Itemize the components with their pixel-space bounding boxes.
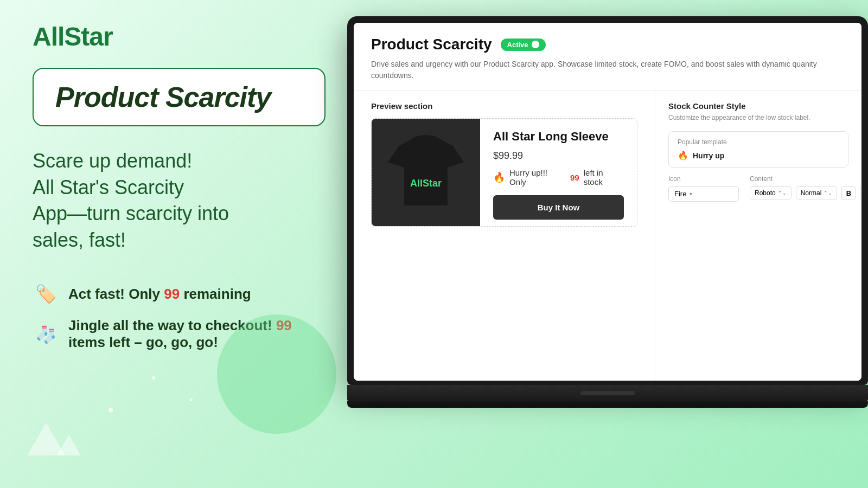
fire-icon: 🔥 — [493, 171, 505, 183]
christmas-icon: 🧦 — [33, 320, 60, 348]
style-chevron-icon: ⌃⌄ — [824, 190, 832, 196]
feature1-number: 99 — [164, 286, 180, 302]
buy-it-now-button[interactable]: Buy It Now — [493, 195, 624, 220]
feature-item-1: 🏷️ Act fast! Only 99 remaining — [33, 280, 326, 307]
active-label: Active — [507, 41, 528, 49]
settings-subtitle: Customize the appearance of the low stoc… — [668, 113, 848, 123]
font-chevron-icon: ⌃⌄ — [778, 190, 787, 196]
feature2-after: items left – go, go, go! — [68, 334, 218, 350]
chevron-down-icon: ▾ — [690, 191, 692, 197]
product-scarcity-badge: Product Scarcity — [33, 68, 326, 126]
content-col-label: Content — [750, 175, 861, 183]
right-panel: Product Scarcity Active Drive sales and … — [347, 16, 868, 472]
settings-title: Stock Counter Style — [668, 101, 848, 111]
green-blob-decoration — [217, 314, 336, 434]
snow-dot-2 — [152, 376, 155, 380]
icon-type-label: Fire — [674, 190, 686, 198]
svg-text:AllStar: AllStar — [410, 178, 442, 189]
active-badge: Active — [501, 38, 546, 51]
snow-dot-1 — [108, 408, 113, 412]
style-label: Normal — [801, 189, 822, 197]
laptop-screen: Product Scarcity Active Drive sales and … — [354, 23, 861, 381]
template-name: Hurry up — [693, 151, 724, 160]
tshirt-svg: AllStar — [382, 130, 469, 216]
tagline-line3: App—turn scarcity into — [33, 202, 229, 224]
tagline-line1: Scare up demand! — [33, 150, 192, 172]
app-header: Product Scarcity Active Drive sales and … — [354, 23, 861, 91]
preview-section: Preview section AllStar — [354, 91, 655, 381]
app-title-row: Product Scarcity Active — [371, 36, 844, 53]
app-description: Drive sales and urgency with our Product… — [371, 59, 844, 81]
feature1-after: remaining — [180, 286, 251, 302]
editor-row-labels: Icon Fire ▾ Content — [668, 175, 848, 202]
style-select[interactable]: Normal ⌃⌄ — [796, 186, 838, 200]
brand-logo: AllStar — [33, 22, 326, 52]
preview-section-label: Preview section — [371, 101, 637, 111]
product-name-text: All Star Long Sleeve — [493, 130, 609, 143]
icon-col: Icon Fire ▾ — [668, 175, 739, 202]
tag-icon: 🏷️ — [33, 280, 60, 307]
template-fire-icon: 🔥 — [678, 150, 688, 160]
feature1-before: Act fast! Only — [68, 286, 164, 302]
content-controls: Roboto ⌃⌄ Normal ⌃⌄ B I — [750, 186, 861, 200]
preview-box: AllStar All Star Long Sleeve $99.99 — [371, 118, 637, 227]
tagline-line2: All Star's Scarcity — [33, 176, 184, 198]
scarcity-text-after: left in stock — [584, 168, 624, 187]
scarcity-count: 99 — [570, 173, 579, 182]
product-price: $99.99 — [493, 150, 624, 162]
laptop-frame: Product Scarcity Active Drive sales and … — [347, 16, 868, 439]
product-details: All Star Long Sleeve $99.99 🔥 Hurry up!!… — [480, 119, 637, 226]
bold-button[interactable]: B — [841, 186, 856, 200]
template-box: Popular template 🔥 Hurry up — [668, 131, 848, 168]
triangle-small — [57, 435, 81, 455]
laptop-foot — [347, 401, 868, 408]
snow-dot-3 — [190, 399, 193, 401]
feature-text-1: Act fast! Only 99 remaining — [68, 286, 251, 303]
scarcity-text-before: Hurry up!!! Only — [509, 168, 566, 187]
template-item: 🔥 Hurry up — [678, 150, 839, 160]
content-col: Content Roboto ⌃⌄ Normal ⌃⌄ — [750, 175, 861, 202]
laptop-screen-frame: Product Scarcity Active Drive sales and … — [347, 16, 868, 385]
italic-button[interactable]: I — [860, 186, 861, 200]
app-title: Product Scarcity — [371, 36, 492, 53]
icon-col-label: Icon — [668, 175, 739, 183]
badge-text: Product Scarcity — [55, 81, 271, 113]
settings-section: Stock Counter Style Customize the appear… — [655, 91, 861, 381]
laptop-base — [347, 385, 868, 401]
product-image-area: AllStar — [372, 119, 480, 227]
tagline-line4: sales, fast! — [33, 229, 126, 251]
scarcity-label: 🔥 Hurry up!!! Only 99 left in stock — [493, 168, 624, 187]
tagline: Scare up demand! All Star's Scarcity App… — [33, 148, 326, 253]
toggle-dot — [532, 41, 539, 48]
app-content: Preview section AllStar — [354, 91, 861, 381]
template-label: Popular template — [678, 138, 839, 146]
app-ui: Product Scarcity Active Drive sales and … — [354, 23, 861, 381]
font-select[interactable]: Roboto ⌃⌄ — [750, 186, 792, 200]
product-name-preview: All Star Long Sleeve — [493, 130, 624, 144]
font-label: Roboto — [755, 189, 776, 197]
icon-select[interactable]: Fire ▾ — [668, 186, 739, 202]
